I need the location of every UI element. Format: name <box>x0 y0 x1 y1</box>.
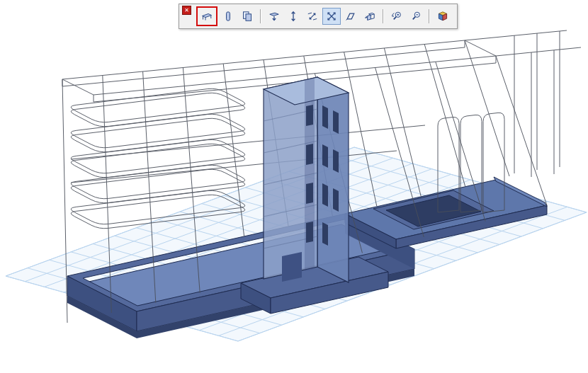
crossed-arrows-icon <box>325 10 338 23</box>
tower-door <box>282 252 302 282</box>
drag-element-button[interactable] <box>198 8 216 25</box>
elevate-button[interactable] <box>284 8 303 25</box>
stacked-sheets-icon <box>241 10 254 23</box>
magnifier-plus-icon <box>390 10 403 23</box>
toolbar-separator <box>429 9 430 23</box>
toolbar-separator <box>383 9 384 23</box>
close-button[interactable]: ✕ <box>182 6 191 15</box>
skew-button[interactable] <box>341 8 360 25</box>
push-box-button[interactable] <box>361 8 379 25</box>
tower-solid <box>264 77 349 282</box>
magnifier-minus-icon <box>409 10 422 23</box>
box-arrow-icon <box>363 10 376 23</box>
free-move-button[interactable] <box>322 8 341 25</box>
zoom-out-button[interactable] <box>407 8 425 25</box>
slab-down-arrow-icon <box>268 10 281 23</box>
tower-side-face <box>317 77 349 282</box>
stretch-arrows-icon <box>306 10 319 23</box>
toolbar-separator <box>260 9 261 23</box>
vertical-double-arrow-icon <box>287 10 300 23</box>
duplicate-element-button[interactable] <box>238 8 256 25</box>
3d-display-settings-button[interactable] <box>434 8 452 25</box>
orbit-zoom-in-button[interactable] <box>388 8 406 25</box>
bench-3d-icon <box>200 10 213 23</box>
drag-down-button[interactable] <box>265 8 283 25</box>
floating-toolbar: ✕ <box>179 4 458 29</box>
wall-element-button[interactable] <box>219 8 237 25</box>
color-cube-icon <box>436 10 449 23</box>
vertical-capsule-icon <box>222 10 234 23</box>
parallelogram-icon <box>344 10 357 23</box>
annotation-highlight <box>196 6 217 26</box>
stretch-button[interactable] <box>303 8 322 25</box>
3d-viewport[interactable] <box>0 0 588 373</box>
